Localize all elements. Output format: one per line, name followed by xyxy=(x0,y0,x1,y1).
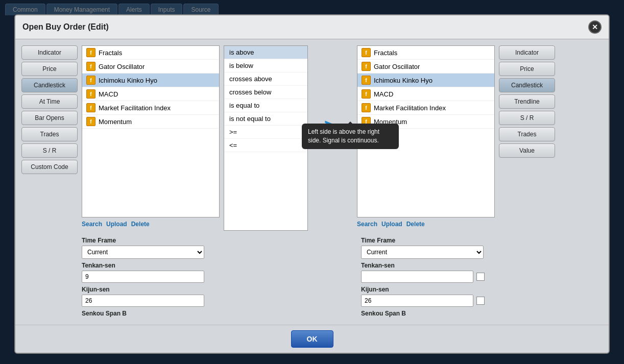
cond-item-0[interactable]: is above xyxy=(224,46,307,59)
left-list-label-1: Gator Oscillator xyxy=(99,63,145,70)
condition-list[interactable]: is above is below crosses above crosses … xyxy=(224,45,308,231)
params-wrapper: Time Frame Current Tenkan-sen Kijun-sen … xyxy=(21,234,603,319)
cond-item-3[interactable]: crosses below xyxy=(224,86,307,99)
main-content-row: Indicator Price Candlestick At Time Bar … xyxy=(21,45,603,231)
left-timeframe-select[interactable]: Current xyxy=(82,246,204,259)
right-list-item-2[interactable]: f Ichimoku Kinko Hyo xyxy=(357,74,494,87)
cond-item-1[interactable]: is below xyxy=(224,59,307,72)
left-upload-link[interactable]: Upload xyxy=(106,221,127,228)
right-sidebar: Indicator Price Candlestick Trendline S … xyxy=(499,45,555,231)
indicator-icon-1: f xyxy=(86,62,95,71)
ok-button[interactable]: OK xyxy=(291,330,333,348)
right-list-item-1[interactable]: f Gator Oscillator xyxy=(357,60,494,74)
left-tenkan-label: Tenkan-sen xyxy=(82,262,220,269)
left-indicator-list[interactable]: f Fractals f Gator Oscillator f Ichimoku… xyxy=(82,45,220,217)
indicator-icon-5: f xyxy=(86,117,95,126)
right-indicator-icon-3: f xyxy=(362,89,371,99)
right-list-item-0[interactable]: f Fractals xyxy=(357,46,494,60)
sidebar-btn-baropen-left[interactable]: Bar Opens xyxy=(21,111,78,125)
right-list-label-0: Fractals xyxy=(374,49,397,57)
right-indicator-icon-1: f xyxy=(362,62,371,71)
left-list-item-5[interactable]: f Momentum xyxy=(82,115,219,129)
right-tenkan-checkbox[interactable] xyxy=(476,273,485,281)
left-list-label-0: Fractals xyxy=(99,49,122,57)
tooltip-box: Left side is above the right side. Signa… xyxy=(302,124,399,149)
left-params: Time Frame Current Tenkan-sen Kijun-sen … xyxy=(82,234,220,319)
left-list-actions: Search Upload Delete xyxy=(82,217,220,231)
right-list-item-3[interactable]: f MACD xyxy=(357,87,494,101)
right-upload-link[interactable]: Upload xyxy=(381,221,402,228)
sidebar-btn-price-right[interactable]: Price xyxy=(499,62,555,76)
sidebar-btn-candlestick-left[interactable]: Candlestick xyxy=(21,78,78,92)
sidebar-btn-sr-right[interactable]: S / R xyxy=(499,111,555,125)
left-list-item-1[interactable]: f Gator Oscillator xyxy=(82,60,219,74)
modal-dialog: Open Buy Order (Edit) ✕ Indicator Price … xyxy=(14,14,610,354)
left-kijun-row xyxy=(82,295,220,307)
close-button[interactable]: ✕ xyxy=(588,20,602,34)
cond-item-4[interactable]: is equal to xyxy=(224,99,307,112)
left-list-item-4[interactable]: f Market Facilitation Index xyxy=(82,101,219,115)
sidebar-btn-indicator-right[interactable]: Indicator xyxy=(499,45,555,60)
sidebar-btn-price-left[interactable]: Price xyxy=(21,62,78,76)
left-list-item-0[interactable]: f Fractals xyxy=(82,46,219,60)
left-list-label-4: Market Facilitation Index xyxy=(99,104,171,112)
right-kijun-input[interactable] xyxy=(361,295,473,307)
right-senkou-label: Senkou Span B xyxy=(361,310,499,317)
left-delete-link[interactable]: Delete xyxy=(131,221,150,228)
right-indicator-icon-4: f xyxy=(362,103,371,112)
right-kijun-checkbox[interactable] xyxy=(476,297,485,305)
right-list-label-1: Gator Oscillator xyxy=(374,63,420,70)
right-tenkan-label: Tenkan-sen xyxy=(361,262,499,269)
sidebar-btn-value-right[interactable]: Value xyxy=(499,143,555,158)
right-kijun-label: Kijun-sen xyxy=(361,286,499,293)
left-sidebar: Indicator Price Candlestick At Time Bar … xyxy=(21,45,78,231)
params-spacer-left xyxy=(21,234,78,319)
cond-item-2[interactable]: crosses above xyxy=(224,72,307,86)
left-tenkan-input[interactable] xyxy=(82,271,204,283)
cond-item-6[interactable]: >= xyxy=(224,126,307,139)
right-tenkan-row xyxy=(361,271,499,283)
left-indicator-panel: f Fractals f Gator Oscillator f Ichimoku… xyxy=(82,45,220,231)
right-search-link[interactable]: Search xyxy=(357,221,377,228)
right-indicator-icon-0: f xyxy=(362,48,371,57)
left-timeframe-label: Time Frame xyxy=(82,237,220,244)
right-params: Time Frame Current Tenkan-sen Kijun-sen … xyxy=(361,234,499,319)
right-timeframe-label: Time Frame xyxy=(361,237,499,244)
left-search-link[interactable]: Search xyxy=(82,221,102,228)
sidebar-btn-candlestick-right[interactable]: Candlestick xyxy=(499,78,555,92)
arrow-area: Left side is above the right side. Signa… xyxy=(312,45,353,231)
indicator-icon-2: f xyxy=(86,76,95,85)
modal-title: Open Buy Order (Edit) xyxy=(22,22,109,32)
right-list-label-3: MACD xyxy=(374,90,393,98)
left-list-item-2[interactable]: f Ichimoku Kinko Hyo xyxy=(82,74,219,87)
modal-body: Indicator Price Candlestick At Time Bar … xyxy=(15,39,609,325)
left-list-label-2: Ichimoku Kinko Hyo xyxy=(99,77,157,84)
sidebar-btn-sr-left[interactable]: S / R xyxy=(21,143,78,158)
left-tenkan-row xyxy=(82,271,220,283)
indicator-icon-3: f xyxy=(86,89,95,99)
right-kijun-row xyxy=(361,295,499,307)
sidebar-btn-attime-left[interactable]: At Time xyxy=(21,94,78,109)
sidebar-btn-indicator-left[interactable]: Indicator xyxy=(21,45,78,60)
left-list-label-3: MACD xyxy=(99,90,118,98)
modal-footer: OK xyxy=(15,325,609,353)
sidebar-btn-customcode-left[interactable]: Custom Code xyxy=(21,160,78,174)
right-delete-link[interactable]: Delete xyxy=(406,221,425,228)
cond-item-5[interactable]: is not equal to xyxy=(224,112,307,126)
right-list-label-4: Market Facilitation Index xyxy=(374,104,446,112)
sidebar-btn-trades-right[interactable]: Trades xyxy=(499,127,555,141)
sidebar-btn-trendline-right[interactable]: Trendline xyxy=(499,94,555,109)
left-list-item-3[interactable]: f MACD xyxy=(82,87,219,101)
right-list-item-4[interactable]: f Market Facilitation Index xyxy=(357,101,494,115)
right-list-label-2: Ichimoku Kinko Hyo xyxy=(374,77,433,84)
right-indicator-icon-2: f xyxy=(362,76,371,85)
right-tenkan-input[interactable] xyxy=(361,271,473,283)
sidebar-btn-trades-left[interactable]: Trades xyxy=(21,127,78,141)
cond-item-7[interactable]: <= xyxy=(224,139,307,152)
indicator-icon-0: f xyxy=(86,48,95,57)
right-timeframe-select[interactable]: Current xyxy=(361,246,484,259)
left-kijun-input[interactable] xyxy=(82,295,204,307)
params-spacer-middle xyxy=(224,234,357,319)
left-kijun-label: Kijun-sen xyxy=(82,286,220,293)
tooltip-text: Left side is above the right side. Signa… xyxy=(308,128,379,144)
